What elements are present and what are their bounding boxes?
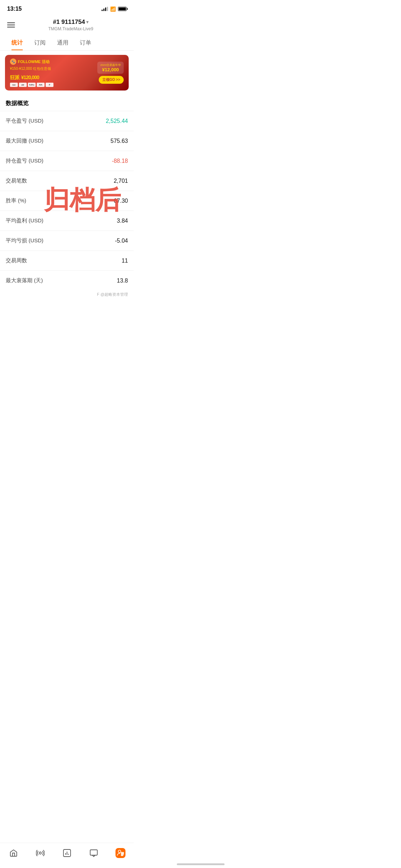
row-value-win-rate: 67.30 (114, 198, 128, 204)
tab-bar: 统计 订阅 通用 订单 (0, 36, 134, 51)
row-label-avg-loss: 平均亏损 (USD) (6, 237, 43, 244)
row-value-trade-count: 2,701 (114, 178, 128, 184)
tab-subscription[interactable]: 订阅 (29, 36, 51, 50)
tab-orders[interactable]: 订单 (74, 36, 97, 50)
table-row: 平仓盈亏 (USD) 2,525.44 (0, 111, 134, 131)
row-value-avg-profit: 3.84 (117, 218, 128, 224)
promotion-banner[interactable]: 🐾 FOLLOWME 活动 ¥150-¥12,000 红包任意领 狂派 ¥120… (5, 55, 129, 91)
broker-logo-4: AVA (37, 83, 45, 87)
banner-cta-button[interactable]: 立领GO >> (99, 76, 124, 84)
broker-logo-2: attr (19, 83, 27, 87)
brand-watermark: F @超略资本管理 (0, 290, 134, 326)
chevron-down-icon: ▾ (86, 20, 88, 25)
broker-logos: nuo attr FxPro AVA P (10, 83, 97, 87)
row-label-trade-count: 交易笔数 (6, 177, 27, 184)
header-center: #1 9111754 ▾ TMGM.TradeMax-Live9 (15, 19, 127, 31)
followme-logo: 🐾 (10, 58, 16, 65)
table-row: 平均亏损 (USD) -5.04 (0, 231, 134, 250)
battery-icon (118, 7, 127, 11)
table-row: 最大回撤 (USD) 575.63 (0, 131, 134, 151)
row-label-max-decline: 最大衰落期 (天) (6, 277, 43, 284)
banner-left: 🐾 FOLLOWME 活动 ¥150-¥12,000 红包任意领 狂派 ¥120… (10, 58, 97, 87)
row-label-win-rate: 胜率 (%) (6, 197, 26, 204)
row-value-trade-weeks: 11 (122, 258, 128, 264)
table-row: 交易笔数 2,701 (0, 171, 134, 191)
row-value-open-pnl: -88.18 (112, 158, 128, 164)
table-row: 持仓盈亏 (USD) -88.18 (0, 151, 134, 171)
table-row: 平均盈利 (USD) 3.84 (0, 211, 134, 231)
account-server: TMGM.TradeMax-Live9 (15, 26, 127, 31)
banner-amount: 狂派 ¥120,000 (10, 72, 97, 81)
table-row: 胜率 (%) 67.30 (0, 191, 134, 211)
banner-prefix: 狂派 (10, 74, 19, 80)
banner-main-amount: ¥120,000 (21, 74, 39, 80)
broker-logo-1: nuo (10, 83, 18, 87)
table-row: 交易周数 11 (0, 250, 134, 270)
tab-statistics[interactable]: 统计 (6, 36, 29, 50)
broker-logo-5: P (46, 83, 53, 87)
tab-general[interactable]: 通用 (51, 36, 74, 50)
signal-icon (102, 7, 108, 11)
banner-card: 2023交易嘉年华 ¥12,000 (97, 62, 124, 74)
account-number: #1 9111754 (53, 19, 85, 26)
status-time: 13:15 (7, 6, 22, 12)
broker-logo-3: FxPro (28, 83, 36, 87)
wifi-icon: 📶 (110, 6, 116, 12)
banner-card-year: 2023交易嘉年华 (100, 63, 121, 67)
banner-subtitle: ¥150-¥12,000 红包任意领 (10, 66, 97, 71)
row-value-closed-pnl: 2,525.44 (106, 118, 128, 124)
followme-label: FOLLOWME 活动 (18, 59, 50, 64)
row-label-closed-pnl: 平仓盈亏 (USD) (6, 118, 43, 124)
content-area: 🐾 FOLLOWME 活动 ¥150-¥12,000 红包任意领 狂派 ¥120… (0, 55, 134, 361)
row-value-max-drawdown: 575.63 (110, 138, 128, 144)
status-bar: 13:15 📶 (0, 0, 134, 16)
row-label-trade-weeks: 交易周数 (6, 257, 27, 264)
row-label-open-pnl: 持仓盈亏 (USD) (6, 157, 43, 164)
banner-card-amount: ¥12,000 (100, 67, 121, 72)
row-value-max-decline: 13.8 (117, 278, 128, 284)
section-title-data-overview: 数据概览 (0, 95, 134, 111)
row-label-avg-profit: 平均盈利 (USD) (6, 217, 43, 224)
row-label-max-drawdown: 最大回撤 (USD) (6, 138, 43, 144)
table-row: 最大衰落期 (天) 13.8 (0, 270, 134, 290)
followme-header: 🐾 FOLLOWME 活动 (10, 58, 97, 65)
account-selector[interactable]: #1 9111754 ▾ (15, 19, 127, 26)
banner-right: 2023交易嘉年华 ¥12,000 立领GO >> (97, 62, 124, 84)
status-icons: 📶 (102, 6, 127, 12)
menu-button[interactable] (7, 22, 15, 27)
row-value-avg-loss: -5.04 (115, 238, 128, 244)
header: #1 9111754 ▾ TMGM.TradeMax-Live9 (0, 16, 134, 36)
